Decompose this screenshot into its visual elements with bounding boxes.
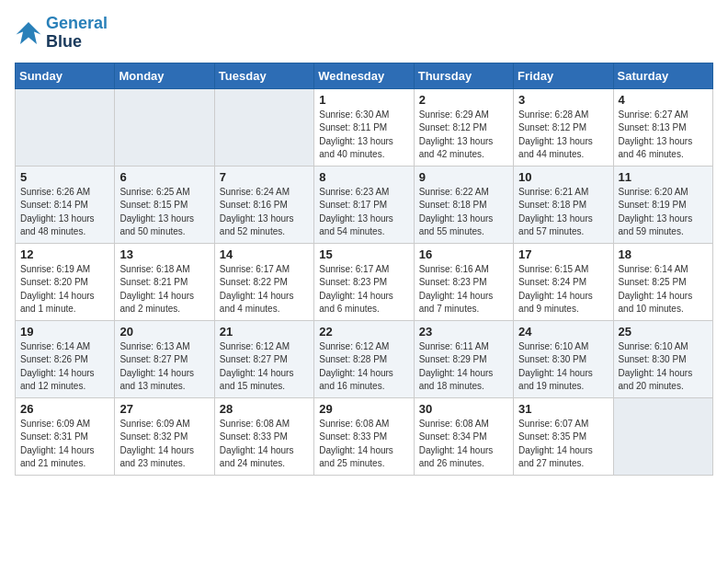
calendar-cell: 18Sunrise: 6:14 AM Sunset: 8:25 PM Dayli… <box>613 243 712 320</box>
calendar-cell: 21Sunrise: 6:12 AM Sunset: 8:27 PM Dayli… <box>214 320 313 397</box>
day-info: Sunrise: 6:24 AM Sunset: 8:16 PM Dayligh… <box>220 186 309 239</box>
day-number: 4 <box>619 93 708 107</box>
day-info: Sunrise: 6:09 AM Sunset: 8:32 PM Dayligh… <box>119 418 209 471</box>
day-number: 7 <box>220 170 309 184</box>
day-number: 29 <box>319 402 408 416</box>
day-info: Sunrise: 6:25 AM Sunset: 8:15 PM Dayligh… <box>119 186 209 239</box>
calendar-cell: 25Sunrise: 6:10 AM Sunset: 8:30 PM Dayli… <box>613 320 712 397</box>
calendar-cell: 27Sunrise: 6:09 AM Sunset: 8:32 PM Dayli… <box>115 397 214 475</box>
day-number: 20 <box>119 325 209 339</box>
calendar-cell: 5Sunrise: 6:26 AM Sunset: 8:14 PM Daylig… <box>16 166 115 243</box>
day-info: Sunrise: 6:14 AM Sunset: 8:26 PM Dayligh… <box>20 340 109 394</box>
day-number: 18 <box>619 247 708 261</box>
day-info: Sunrise: 6:29 AM Sunset: 8:12 PM Dayligh… <box>419 109 508 162</box>
page-header: General Blue <box>15 15 713 52</box>
calendar-cell: 14Sunrise: 6:17 AM Sunset: 8:22 PM Dayli… <box>214 243 313 320</box>
calendar-cell <box>613 397 712 475</box>
calendar-cell: 7Sunrise: 6:24 AM Sunset: 8:16 PM Daylig… <box>214 166 313 243</box>
calendar-week-row: 19Sunrise: 6:14 AM Sunset: 8:26 PM Dayli… <box>16 320 713 397</box>
weekday-header-saturday: Saturday <box>613 63 712 88</box>
calendar-cell: 31Sunrise: 6:07 AM Sunset: 8:35 PM Dayli… <box>514 397 613 475</box>
day-info: Sunrise: 6:09 AM Sunset: 8:31 PM Dayligh… <box>20 418 109 471</box>
calendar-cell: 4Sunrise: 6:27 AM Sunset: 8:13 PM Daylig… <box>613 88 712 166</box>
calendar-week-row: 1Sunrise: 6:30 AM Sunset: 8:11 PM Daylig… <box>16 88 713 166</box>
day-info: Sunrise: 6:19 AM Sunset: 8:20 PM Dayligh… <box>20 263 109 316</box>
day-info: Sunrise: 6:23 AM Sunset: 8:17 PM Dayligh… <box>319 186 408 239</box>
day-number: 10 <box>518 170 608 184</box>
calendar-cell: 2Sunrise: 6:29 AM Sunset: 8:12 PM Daylig… <box>414 88 513 166</box>
weekday-header-sunday: Sunday <box>16 63 115 88</box>
day-info: Sunrise: 6:20 AM Sunset: 8:19 PM Dayligh… <box>619 186 708 239</box>
weekday-header-wednesday: Wednesday <box>314 63 414 88</box>
calendar-cell: 15Sunrise: 6:17 AM Sunset: 8:23 PM Dayli… <box>314 243 414 320</box>
calendar-cell <box>115 88 214 166</box>
weekday-header-friday: Friday <box>514 63 613 88</box>
calendar-week-row: 12Sunrise: 6:19 AM Sunset: 8:20 PM Dayli… <box>16 243 713 320</box>
calendar-cell: 29Sunrise: 6:08 AM Sunset: 8:33 PM Dayli… <box>314 397 414 475</box>
calendar-week-row: 26Sunrise: 6:09 AM Sunset: 8:31 PM Dayli… <box>16 397 713 475</box>
calendar-cell <box>214 88 313 166</box>
day-info: Sunrise: 6:08 AM Sunset: 8:33 PM Dayligh… <box>319 418 408 471</box>
day-number: 27 <box>119 402 209 416</box>
day-number: 13 <box>119 247 209 261</box>
day-number: 28 <box>220 402 309 416</box>
day-info: Sunrise: 6:17 AM Sunset: 8:22 PM Dayligh… <box>220 263 309 316</box>
day-number: 24 <box>518 325 608 339</box>
day-number: 31 <box>518 402 608 416</box>
day-info: Sunrise: 6:27 AM Sunset: 8:13 PM Dayligh… <box>619 109 708 162</box>
logo-icon <box>15 19 42 47</box>
day-info: Sunrise: 6:26 AM Sunset: 8:14 PM Dayligh… <box>20 186 109 239</box>
logo-text: General Blue <box>46 15 108 52</box>
day-number: 15 <box>319 247 408 261</box>
day-info: Sunrise: 6:10 AM Sunset: 8:30 PM Dayligh… <box>619 340 708 394</box>
day-number: 3 <box>518 93 608 107</box>
weekday-header-thursday: Thursday <box>414 63 513 88</box>
day-number: 30 <box>419 402 508 416</box>
day-number: 25 <box>619 325 708 339</box>
calendar-cell: 3Sunrise: 6:28 AM Sunset: 8:12 PM Daylig… <box>514 88 613 166</box>
calendar-cell: 28Sunrise: 6:08 AM Sunset: 8:33 PM Dayli… <box>214 397 313 475</box>
day-number: 17 <box>518 247 608 261</box>
calendar-cell: 10Sunrise: 6:21 AM Sunset: 8:18 PM Dayli… <box>514 166 613 243</box>
weekday-header-row: SundayMondayTuesdayWednesdayThursdayFrid… <box>16 63 713 88</box>
day-info: Sunrise: 6:17 AM Sunset: 8:23 PM Dayligh… <box>319 263 408 316</box>
day-number: 12 <box>20 247 109 261</box>
day-info: Sunrise: 6:13 AM Sunset: 8:27 PM Dayligh… <box>119 340 209 394</box>
calendar-cell: 9Sunrise: 6:22 AM Sunset: 8:18 PM Daylig… <box>414 166 513 243</box>
day-number: 16 <box>419 247 508 261</box>
day-info: Sunrise: 6:28 AM Sunset: 8:12 PM Dayligh… <box>518 109 608 162</box>
day-info: Sunrise: 6:12 AM Sunset: 8:27 PM Dayligh… <box>220 340 309 394</box>
day-number: 2 <box>419 93 508 107</box>
day-number: 26 <box>20 402 109 416</box>
day-number: 9 <box>419 170 508 184</box>
calendar-cell: 19Sunrise: 6:14 AM Sunset: 8:26 PM Dayli… <box>16 320 115 397</box>
calendar-week-row: 5Sunrise: 6:26 AM Sunset: 8:14 PM Daylig… <box>16 166 713 243</box>
day-info: Sunrise: 6:08 AM Sunset: 8:34 PM Dayligh… <box>419 418 508 471</box>
calendar-cell: 12Sunrise: 6:19 AM Sunset: 8:20 PM Dayli… <box>16 243 115 320</box>
calendar-cell: 17Sunrise: 6:15 AM Sunset: 8:24 PM Dayli… <box>514 243 613 320</box>
calendar-cell: 1Sunrise: 6:30 AM Sunset: 8:11 PM Daylig… <box>314 88 414 166</box>
day-info: Sunrise: 6:08 AM Sunset: 8:33 PM Dayligh… <box>220 418 309 471</box>
day-number: 22 <box>319 325 408 339</box>
day-info: Sunrise: 6:14 AM Sunset: 8:25 PM Dayligh… <box>619 263 708 316</box>
calendar-cell: 6Sunrise: 6:25 AM Sunset: 8:15 PM Daylig… <box>115 166 214 243</box>
calendar-cell: 23Sunrise: 6:11 AM Sunset: 8:29 PM Dayli… <box>414 320 513 397</box>
day-number: 5 <box>20 170 109 184</box>
day-number: 1 <box>319 93 408 107</box>
calendar-cell <box>16 88 115 166</box>
day-number: 8 <box>319 170 408 184</box>
day-number: 6 <box>119 170 209 184</box>
day-number: 11 <box>619 170 708 184</box>
calendar-cell: 11Sunrise: 6:20 AM Sunset: 8:19 PM Dayli… <box>613 166 712 243</box>
day-info: Sunrise: 6:22 AM Sunset: 8:18 PM Dayligh… <box>419 186 508 239</box>
day-number: 19 <box>20 325 109 339</box>
day-info: Sunrise: 6:12 AM Sunset: 8:28 PM Dayligh… <box>319 340 408 394</box>
weekday-header-monday: Monday <box>115 63 214 88</box>
logo: General Blue <box>15 15 108 52</box>
calendar-cell: 30Sunrise: 6:08 AM Sunset: 8:34 PM Dayli… <box>414 397 513 475</box>
day-info: Sunrise: 6:16 AM Sunset: 8:23 PM Dayligh… <box>419 263 508 316</box>
svg-marker-0 <box>17 22 41 44</box>
day-info: Sunrise: 6:21 AM Sunset: 8:18 PM Dayligh… <box>518 186 608 239</box>
calendar-cell: 20Sunrise: 6:13 AM Sunset: 8:27 PM Dayli… <box>115 320 214 397</box>
day-number: 14 <box>220 247 309 261</box>
